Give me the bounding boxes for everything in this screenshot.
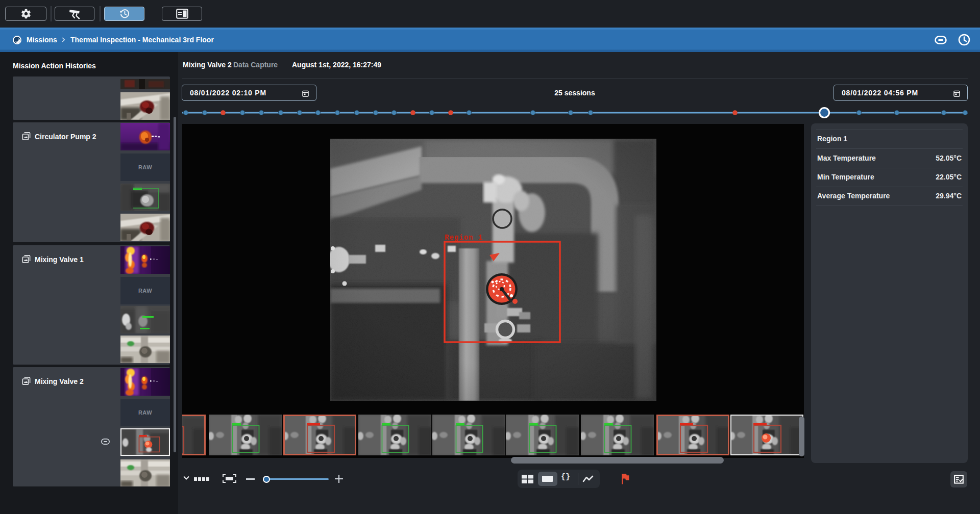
svg-text:Region 1: Region 1 <box>445 234 483 242</box>
